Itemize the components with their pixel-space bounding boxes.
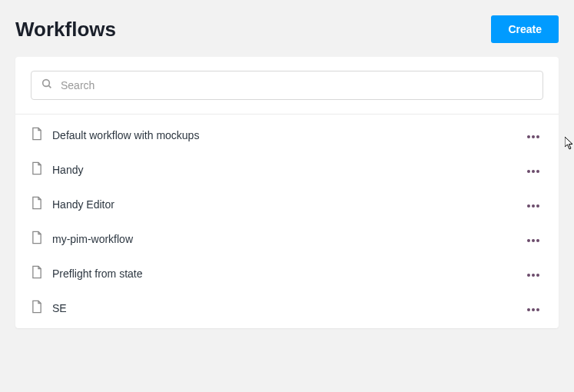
search-container [15,57,559,115]
more-icon [526,198,540,210]
file-icon [31,231,43,247]
page-header: Workflows Create [15,15,559,43]
search-input[interactable] [61,79,533,91]
more-actions-button[interactable] [523,230,543,247]
file-icon [31,161,43,178]
more-actions-button[interactable] [523,299,543,317]
file-icon [31,265,43,282]
svg-point-5 [527,170,530,173]
svg-point-8 [527,204,530,208]
svg-point-0 [43,80,50,87]
more-icon [526,267,540,279]
search-box[interactable] [31,71,543,100]
page-title: Workflows [15,18,116,42]
list-item[interactable]: Default workflow with mockups [15,118,559,152]
svg-point-4 [536,135,539,138]
svg-point-10 [536,204,539,208]
workflows-card: Default workflow with mockups Handy [15,57,559,328]
workflows-list: Default workflow with mockups Handy [15,115,559,328]
list-item-label: my-pim-workflow [52,233,523,245]
list-item-label: SE [52,302,523,314]
svg-point-19 [536,308,539,311]
cursor-icon [565,137,574,154]
svg-point-3 [532,135,535,138]
svg-point-7 [536,170,539,173]
more-icon [526,302,540,314]
svg-point-16 [536,274,539,277]
file-icon [31,196,43,213]
list-item-label: Handy Editor [52,198,523,211]
file-icon [31,127,43,144]
svg-point-6 [532,170,535,173]
more-actions-button[interactable] [523,161,543,178]
list-item[interactable]: SE [15,291,559,325]
svg-point-15 [532,274,535,277]
list-item[interactable]: Preflight from state [15,256,559,291]
svg-point-13 [536,239,539,242]
svg-point-9 [532,204,535,208]
more-icon [526,129,540,141]
svg-point-2 [527,135,530,138]
list-item[interactable]: my-pim-workflow [15,221,559,256]
create-button[interactable]: Create [491,15,559,43]
svg-point-18 [532,308,535,311]
list-item[interactable]: Handy Editor [15,187,559,221]
list-item-label: Handy [52,164,523,176]
more-actions-button[interactable] [523,264,543,282]
list-item-label: Preflight from state [52,267,523,280]
svg-point-12 [532,239,535,242]
search-icon [41,78,53,93]
svg-point-14 [527,274,530,277]
more-icon [526,164,540,175]
more-actions-button[interactable] [523,195,543,213]
more-icon [526,233,540,244]
list-item-label: Default workflow with mockups [52,129,523,141]
svg-point-11 [527,239,530,242]
svg-point-17 [527,308,530,311]
more-actions-button[interactable] [523,126,543,144]
list-item[interactable]: Handy [15,152,559,187]
file-icon [31,300,43,317]
svg-line-1 [48,85,51,88]
